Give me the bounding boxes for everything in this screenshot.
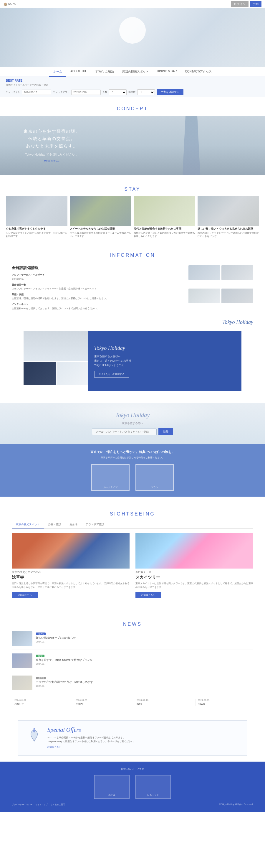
news-footer-title-3[interactable]: INFO xyxy=(137,702,192,706)
concept-line2: 伝統と革新の交差点。 xyxy=(24,135,80,142)
news-badge-1: NEWS xyxy=(36,632,46,635)
book-button[interactable]: 予約 xyxy=(250,1,262,7)
concept-read-more[interactable]: Read More... xyxy=(44,159,60,162)
nav-item-sightseeing[interactable]: 周辺の観光スポット xyxy=(118,67,153,76)
news-footer-grid: 2024.01.01 お知らせ 2024.01.05 ご案内 2024.01.1… xyxy=(12,699,253,706)
news-footer-date-3: 2024.01.10 xyxy=(137,699,192,702)
footer-link-sitemap[interactable]: サイトマップ xyxy=(35,803,48,806)
concept-jp-text: 東京の心を魅す暮宿の顔。 伝統と革新の交差点。 あなたと未来を照らす。 xyxy=(24,128,80,150)
footer-cards: ホテル レストラン xyxy=(12,775,253,799)
skytree-label: 今に吹く・東 xyxy=(135,570,253,574)
sight-tab-1[interactable]: 東京の観光スポット xyxy=(12,521,44,528)
checkout-input[interactable] xyxy=(71,90,101,95)
nav-item-dining[interactable]: DINING & BAR xyxy=(153,67,181,76)
news-content-2: INFO 東京を旅すで、Tokyo Onlime で特別なプランが、 2024.… xyxy=(36,653,253,665)
news-footer-title-4[interactable]: NEWS xyxy=(198,702,254,706)
site-logo: 🏨 64/75 xyxy=(3,2,15,6)
information-section: INFORMATION 全施設設備情報 フロントサービス・ベルボーイ 24時間対… xyxy=(0,244,265,319)
promo-text-area: Tokyo Holiday 東京を旅するお客様へ 東京より遠くの方からのお客様 … xyxy=(88,331,241,391)
stay-card-2-desc: ホテル最上階に位置する特別なスイートルームでお過ごしいただけます。 xyxy=(70,231,131,238)
nav-item-contact[interactable]: CONTACT/アクセス xyxy=(181,67,216,76)
nav-item-about[interactable]: ABOUT THE xyxy=(66,67,91,76)
news-footer-date-2: 2024.01.05 xyxy=(76,699,131,702)
stay-card-1-desc: シンプルなデザインとゆとりのある空間で、心から寛げるお部屋です。 xyxy=(6,231,67,238)
news-item-2: INFO 東京を旅すで、Tokyo Onlime で特別なプランが、 2024.… xyxy=(12,653,253,672)
footer-card-restaurant[interactable]: レストラン xyxy=(135,775,171,799)
news-footer-3: 2024.01.10 INFO xyxy=(134,699,192,706)
hero-section xyxy=(0,8,265,67)
footer-card-hotel[interactable]: ホテル xyxy=(94,775,130,799)
nav-item-home[interactable]: ホーム xyxy=(49,67,66,76)
blue-promo-card-2[interactable]: プラン xyxy=(135,464,174,491)
rooms-select[interactable]: 123 xyxy=(137,89,155,95)
special-offers-link[interactable]: 詳細はこちら xyxy=(47,745,238,749)
membership-section: Tokyo Holiday 東京を旅する方へ 登録 xyxy=(0,403,265,444)
news-date-1: 2024.01 xyxy=(36,641,253,643)
information-title: INFORMATION xyxy=(0,244,265,262)
info-label-2: 貸出備品一覧 xyxy=(12,283,183,287)
news-footer-title-1[interactable]: お知らせ xyxy=(14,702,70,706)
tokyo-holiday-promo: Tokyo Holiday Tokyo Holiday 東京を旅するお客様へ 東… xyxy=(0,319,265,403)
booking-submit-button[interactable]: 空室を確認する xyxy=(157,89,184,95)
membership-desc: 東京を旅する方へ xyxy=(12,422,253,425)
guests-label: 人数 xyxy=(102,91,107,94)
info-item-2: 貸出備品一覧 ズボンプレッサー・アイロン・ドライヤー・加湿器・空気清浄機・ベビー… xyxy=(12,283,183,291)
stay-card-2-image xyxy=(70,196,131,226)
guests-select[interactable]: 1234 xyxy=(109,89,127,95)
stay-card-1-image xyxy=(6,196,67,226)
news-thumb-3 xyxy=(12,676,32,690)
footer-link-faq[interactable]: よくあるご質問 xyxy=(51,803,65,806)
login-button[interactable]: ログイン xyxy=(231,1,249,7)
membership-script: Tokyo Holiday xyxy=(12,412,253,418)
site-footer: お問い合わせ・ご予約 ホテル レストラン プライバシーポリシー サイトマップ よ… xyxy=(0,762,265,812)
footer-link-privacy[interactable]: プライバシーポリシー xyxy=(12,803,32,806)
site-header: 🏨 64/75 ログイン 予約 xyxy=(0,0,265,8)
skytree-button[interactable]: 詳細はこちら xyxy=(135,592,161,598)
asakusa-button[interactable]: 詳細はこちら xyxy=(12,592,38,598)
info-item-3: 禁煙・喫煙 全室禁煙。喫煙は所定の場所でお願いします。禁煙のお客様はフロントにご… xyxy=(12,293,183,301)
nav-item-stay[interactable]: STAY / ご宿泊 xyxy=(91,67,118,76)
blue-promo-card-1[interactable]: ルームタイプ xyxy=(91,464,130,491)
news-badge-3: NEWS xyxy=(36,677,46,679)
skytree-desc: 東京スカイツリーは世界で最も高いタワーです。東京の代表的な観光スポットとして有名… xyxy=(135,582,253,589)
checkin-input[interactable] xyxy=(22,90,51,95)
news-title: NEWS xyxy=(12,613,253,631)
skytree-image xyxy=(135,533,253,568)
footer-links: プライバシーポリシー サイトマップ よくあるご質問 xyxy=(12,803,65,806)
news-content-1: NEWS 新しい施設のオープンのお知らせ 2024.01 xyxy=(36,631,253,643)
info-text-3: 全室禁煙。喫煙は所定の場所でお願いします。禁煙のお客様はフロントにご連絡ください… xyxy=(12,297,183,301)
stay-card-1-title: 心も身体で寛ぎやすくミクミヤる xyxy=(6,227,67,231)
info-label-4: インターネット xyxy=(12,302,183,307)
sight-tab-3[interactable]: お台場 xyxy=(65,521,81,528)
sight-tab-2[interactable]: 公園・施設 xyxy=(44,521,65,528)
stay-card-4[interactable]: 嬉しい寄り添い・くつろぎも見せられるお部屋 和室の温もりとモダンデザインが調和し… xyxy=(198,196,259,238)
info-image-3 xyxy=(189,288,220,303)
promo-link-button[interactable]: サイトをもっと確認する xyxy=(94,371,129,377)
sightseeing-section: SIGHTSEEING 東京の観光スポット 公園・施設 お台場 アウトドア施設 … xyxy=(0,497,265,607)
special-offers-bird-icon xyxy=(27,726,41,744)
stay-card-4-image xyxy=(198,196,259,226)
promo-images xyxy=(24,331,88,391)
concept-line1: 東京の心を魅す暮宿の顔。 xyxy=(24,128,80,135)
sight-tab-4[interactable]: アウトドア施設 xyxy=(81,521,108,528)
news-footer-title-2[interactable]: ご案内 xyxy=(76,702,131,706)
stay-card-2[interactable]: スイートホテルとならしの生活を環境 ホテル最上階に位置する特別なスイートルームで… xyxy=(70,196,131,238)
blue-promo-section: 東京でのご滞在をもっと豊かに。特典でいっぱいの旅を。 東京ホリデーの会員だけが楽… xyxy=(0,444,265,497)
news-badge-2: INFO xyxy=(36,655,44,657)
news-item-title-2[interactable]: 東京を旅すで、Tokyo Onlime で特別なプランが、 xyxy=(36,658,253,662)
info-image-2 xyxy=(222,265,253,280)
membership-input[interactable] xyxy=(92,429,157,435)
footer-copyright: © Tokyo Holiday All Rights Reserved. xyxy=(219,803,253,806)
news-thumb-1 xyxy=(12,631,32,646)
news-item-title-3[interactable]: アジアの主要都市圏で2カ所が一緒に楽しめます xyxy=(36,680,253,684)
stay-card-3[interactable]: 現代と伝統が融合する改善されたご客間 海外からのゲストにも人気の和モダンなお部屋… xyxy=(134,196,195,238)
sightseeing-title: SIGHTSEEING xyxy=(12,502,253,521)
info-image-4 xyxy=(222,288,253,303)
stay-card-1[interactable]: 心も身体で寛ぎやすくミクミヤる シンプルなデザインとゆとりのある空間で、心から寛… xyxy=(6,196,67,238)
membership-submit-button[interactable]: 登録 xyxy=(158,428,173,435)
news-footer-date-1: 2024.01.01 xyxy=(14,699,70,702)
news-item-title-1[interactable]: 新しい施設のオープンのお知らせ xyxy=(36,636,253,640)
checkin-label: チェックイン xyxy=(6,91,20,94)
promo-line1: 東京を旅するお客様へ xyxy=(94,354,236,359)
main-nav: ホーム ABOUT THE STAY / ご宿泊 周辺の観光スポット DININ… xyxy=(0,67,265,77)
